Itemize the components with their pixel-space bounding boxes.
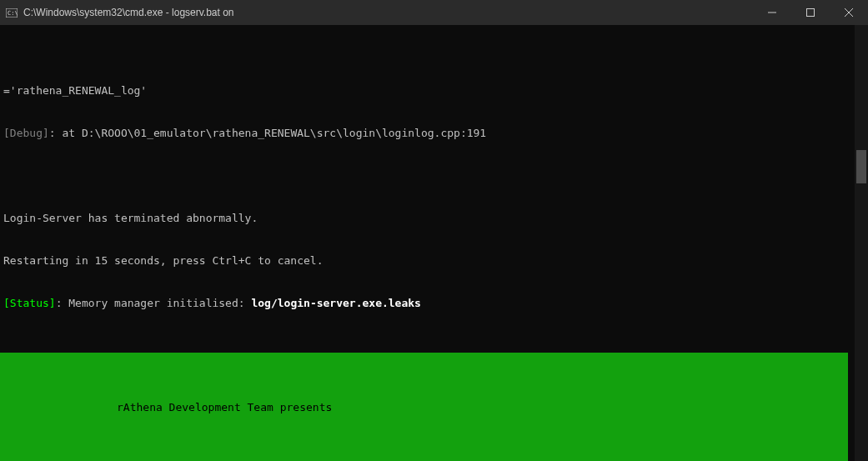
log-line [3,168,865,183]
window-title: C:\Windows\system32\cmd.exe - logserv.ba… [23,7,753,18]
svg-rect-3 [807,9,815,17]
scrollbar-thumb[interactable] [856,150,866,183]
close-button[interactable] [830,0,868,25]
minimize-button[interactable] [753,0,791,25]
terminal-output[interactable]: ='rathena_RENEWAL_log' [Debug]: at D:\RO… [0,25,868,461]
log-line: ='rathena_RENEWAL_log' [3,83,865,98]
banner: rAthena Development Team presents ___ __… [0,353,848,461]
debug-tag: [Debug] [3,127,49,139]
log-line: [Debug]: at D:\ROOO\01_emulator\rathena_… [3,126,865,140]
log-line: Restarting in 15 seconds, press Ctrl+C t… [3,253,865,268]
titlebar[interactable]: C:\ C:\Windows\system32\cmd.exe - logser… [0,0,868,25]
ascii-art: ___ __ __ [0,458,279,461]
scrollbar-track[interactable] [855,25,868,461]
status-tag: [Status] [3,297,56,309]
svg-text:C:\: C:\ [8,10,18,17]
log-line: Login-Server has terminated abnormally. [3,211,865,225]
banner-title: rAthena Development Team presents [0,400,848,414]
cmd-icon: C:\ [5,6,18,19]
maximize-button[interactable] [791,0,830,25]
window-controls [753,0,868,25]
log-line: [Status]: Memory manager initialised: lo… [3,296,865,310]
